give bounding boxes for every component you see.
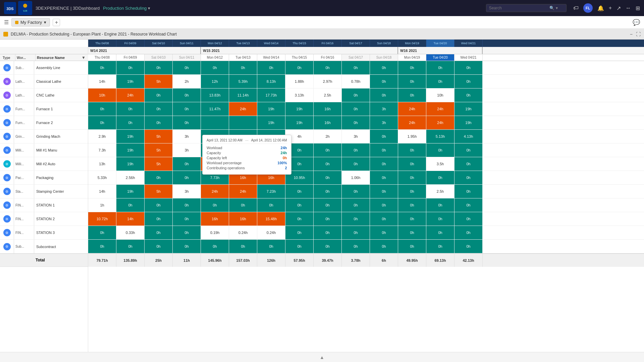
gantt-cell: 24h [426, 102, 454, 116]
gantt-cell: 0h [454, 240, 483, 253]
resource-icon: ⚙ [3, 229, 11, 236]
work-col: FIN... [14, 212, 34, 226]
gantt-cell: 0h [398, 185, 426, 198]
resource-row: ⚙ Milli... Mill #2 Auto [0, 157, 88, 171]
tooltip-workload-label: Workload [207, 146, 222, 150]
gantt-cell: 3.13h [285, 88, 314, 102]
resource-name: Stamping Center [34, 189, 88, 193]
gantt-cell: 19h [285, 102, 314, 116]
gantt-cell: 2.5h [426, 185, 454, 198]
maximize-button[interactable]: ⛶ [636, 32, 641, 37]
gantt-cell: 0h [88, 240, 116, 253]
work-col: Sub... [14, 240, 34, 253]
gantt-cell: 1.95h [398, 130, 426, 143]
connect-icon[interactable]: ↔ [626, 5, 631, 11]
work-col: FIN... [14, 226, 34, 239]
gantt-cell: 0.33h [116, 226, 145, 239]
gantt-cell: 3h [173, 185, 201, 198]
gantt-cell: 0.78h [342, 75, 370, 88]
search-dropdown-icon[interactable]: ▾ [556, 6, 558, 10]
work-col: Furn... [14, 116, 34, 129]
search-box[interactable]: 🔍 ▾ [486, 4, 567, 12]
add-tab-button[interactable]: + [53, 19, 60, 26]
resource-name: Furnace 1 [34, 107, 88, 111]
hamburger-menu[interactable]: ☰ [4, 19, 9, 25]
resource-icon: ⚙ [3, 174, 11, 181]
timeline-day: Tue 04/13 [229, 40, 257, 47]
resource-icon: ⚙ [3, 119, 11, 126]
gantt-cell: 15.48h [257, 212, 285, 226]
search-input[interactable] [489, 6, 549, 10]
notify-icon[interactable]: 🔔 [597, 5, 604, 11]
add-content-icon[interactable]: + [609, 5, 612, 11]
factory-tab[interactable]: My Factory ▾ [11, 18, 50, 26]
gantt-cell: 2.9h [88, 130, 116, 143]
gantt-row: 0h0h0h0h19h19h16h0h3h24h24h19h [88, 116, 644, 130]
tags-icon[interactable]: 🏷 [573, 5, 579, 11]
gantt-cell: 0h [173, 61, 201, 74]
svg-text:3DS: 3DS [6, 7, 13, 11]
gantt-cell: 0h [116, 61, 145, 74]
timeline-day: Thu 04/08 [88, 40, 116, 47]
resource-icon: ⚙ [3, 243, 11, 250]
resource-icon: ⚙ [3, 160, 11, 168]
gantt-cell: 5.39h [229, 75, 257, 88]
gantt-row: 14h19h5h2h12h5.39h8.13h1.88h2.97h0.78h0h… [88, 75, 644, 88]
gantt-cell: 0h [454, 88, 483, 102]
day-labels-row: Type Wor... Resource Name ▼ Thu 04/08Fri… [0, 54, 644, 61]
gantt-cell: 0h [370, 240, 398, 253]
gantt-area[interactable]: 0h0h0h0h0h0h0h0h0h0h0h0h0h0h14h19h5h2h12… [88, 61, 644, 352]
apps-icon[interactable]: ⊞ [636, 5, 640, 11]
gantt-row: 10h24h0h0h13.83h11.14h17.73h3.13h2.5h0h0… [88, 88, 644, 102]
scroll-up-arrow[interactable]: ▲ [320, 355, 324, 360]
gantt-cell: 5h [145, 185, 173, 198]
gantt-cell: 0h [116, 116, 145, 129]
factory-dropdown-icon: ▾ [44, 20, 46, 25]
gantt-cell: 5h [145, 157, 173, 171]
gantt-cell: 0h [314, 143, 342, 157]
gantt-cell: 0.24h [257, 226, 285, 239]
tooltip-date-from: April 13, 2021 12:00 AM [207, 138, 243, 142]
gantt-cell: 0h [88, 116, 116, 129]
resource-name: STATION 2 [34, 217, 88, 221]
minimize-button[interactable]: − [630, 32, 633, 37]
timeline-day: Sat 04/17 [342, 40, 370, 47]
factory-name: My Factory [20, 20, 42, 25]
gantt-cell: 0h [314, 61, 342, 74]
resource-name: STATION 3 [34, 231, 88, 235]
work-col: FIN... [14, 198, 34, 212]
tooltip-workload-pct-label: Workload percentage [207, 161, 241, 165]
tooltip-contributing-val: 2 [285, 166, 287, 170]
gantt-cell: 24h [426, 116, 454, 129]
gantt-cell: 11.14h [229, 88, 257, 102]
gantt-cell: 19h [116, 143, 145, 157]
gantt-cell: 0h [454, 185, 483, 198]
gantt-cell: 2h [314, 130, 342, 143]
filter-icon[interactable]: ▼ [82, 55, 86, 60]
resource-row: ⚙ Sub... Subcontract [0, 240, 88, 253]
gantt-cell: 0h [342, 102, 370, 116]
gantt-cell: 0h [314, 226, 342, 239]
gantt-cell: 0h [173, 240, 201, 253]
gantt-cell: 0h [398, 88, 426, 102]
resource-row: ⚙ Lath... Classical Lathe [0, 75, 88, 88]
resource-icon: ⚙ [3, 188, 11, 195]
day-label: Sat 04/17 [342, 54, 370, 61]
day-label: Mon 04/19 [398, 54, 426, 61]
timeline-day: Tue 04/20 [426, 40, 454, 47]
gantt-cell: 0h [454, 171, 483, 184]
work-col: Pac... [14, 171, 34, 184]
share-icon[interactable]: ↗ [616, 5, 621, 11]
gantt-total-cell: 49.95h [398, 254, 426, 267]
gantt-total-cell: 157.03h [229, 254, 257, 267]
day-label: Thu 04/08 [88, 54, 116, 61]
gantt-cell: 19h [116, 130, 145, 143]
gantt-total-cell: 79.71h [88, 254, 116, 267]
chat-icon[interactable]: 💬 [633, 19, 640, 26]
window-controls: − ⛶ [630, 32, 641, 37]
gantt-cell: 0h [285, 226, 314, 239]
gantt-row: 1h0h0h0h0h0h0h0h0h0h0h0h0h0h [88, 198, 644, 212]
gantt-cell: 0h [454, 212, 483, 226]
gantt-row: 7.3h19h5h3h0h0h0h0h0h0h0h0h [88, 143, 644, 157]
gantt-cell: 0h [342, 240, 370, 253]
